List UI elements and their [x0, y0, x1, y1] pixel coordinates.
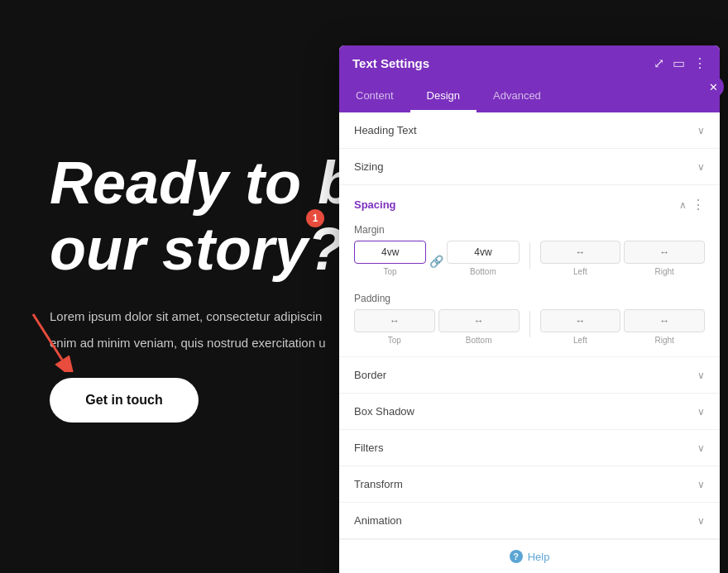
border-label: Border: [354, 369, 386, 381]
margin-label: Margin: [354, 224, 705, 236]
margin-top-bottom-group: Top 🔗 Bottom: [354, 241, 520, 276]
panel-titlebar: Text Settings ⤢ ▭ ⋮: [339, 45, 720, 81]
body-text-line2: enim ad minim veniam, quis nostrud exerc…: [50, 333, 356, 353]
margin-bottom-wrap: Bottom: [447, 241, 519, 276]
padding-divider: [529, 311, 530, 337]
margin-field-row: Top 🔗 Bottom Left: [354, 241, 705, 276]
margin-top-wrap: Top: [354, 241, 426, 276]
heading-line2: our story?: [50, 216, 344, 282]
section-sizing[interactable]: Sizing ∨: [339, 149, 720, 185]
padding-right-wrap: Right: [624, 309, 705, 345]
settings-panel: Text Settings ⤢ ▭ ⋮ Content Design Advan…: [339, 45, 720, 573]
heading-line1: Ready to b: [50, 150, 354, 216]
padding-right-input[interactable]: [624, 309, 705, 332]
badge-number: 1: [306, 209, 324, 227]
margin-divider: [529, 242, 530, 269]
margin-left-input[interactable]: [540, 241, 621, 264]
padding-top-bottom-group: Top Bottom: [354, 309, 520, 345]
margin-link-icon[interactable]: 🔗: [429, 242, 443, 276]
padding-top-wrap: Top: [354, 309, 435, 345]
margin-bottom-label: Bottom: [470, 267, 496, 276]
section-box-shadow[interactable]: Box Shadow ∨: [339, 394, 720, 430]
spacing-section: Spacing ∧ ⋮ Margin Top 🔗: [339, 185, 720, 357]
spacing-header: Spacing ∧ ⋮: [339, 185, 720, 219]
help-row[interactable]: ? Help: [339, 539, 720, 573]
chevron-sizing: ∨: [697, 161, 705, 173]
margin-top-label: Top: [384, 267, 397, 276]
close-button[interactable]: ✕: [702, 76, 724, 98]
padding-top-label: Top: [388, 336, 401, 345]
columns-icon[interactable]: ▭: [673, 55, 685, 71]
tab-design[interactable]: Design: [410, 81, 477, 112]
spacing-label: Spacing: [354, 198, 396, 211]
padding-top-input[interactable]: [354, 309, 435, 332]
red-arrow: [17, 306, 74, 375]
margin-right-wrap: Right: [624, 241, 705, 276]
sizing-label: Sizing: [354, 160, 383, 173]
margin-bottom-input[interactable]: [447, 241, 519, 264]
svg-line-1: [33, 314, 62, 360]
padding-bottom-label: Bottom: [466, 336, 492, 345]
chevron-spacing-up[interactable]: ∧: [679, 199, 687, 211]
panel-title: Text Settings: [352, 56, 429, 70]
animation-label: Animation: [354, 514, 402, 527]
padding-left-wrap: Left: [540, 309, 621, 345]
chevron-border: ∨: [697, 370, 705, 381]
transform-label: Transform: [354, 478, 403, 490]
margin-lr-group: Left Right: [540, 241, 706, 276]
heading-text-label: Heading Text: [354, 124, 417, 136]
section-filters[interactable]: Filters ∨: [339, 430, 720, 466]
padding-bottom-input[interactable]: [438, 309, 520, 332]
panel-title-icons: ⤢ ▭ ⋮: [654, 55, 706, 71]
margin-right-input[interactable]: [624, 241, 705, 264]
padding-right-label: Right: [654, 336, 673, 345]
chevron-animation: ∨: [697, 515, 705, 527]
margin-top-input[interactable]: [354, 241, 426, 264]
margin-left-wrap: Left: [540, 241, 621, 276]
help-text: Help: [528, 551, 550, 563]
box-shadow-label: Box Shadow: [354, 405, 414, 418]
panel-body: Heading Text ∨ Sizing ∨ Spacing ∧ ⋮ Marg…: [339, 112, 720, 573]
spacing-header-icons: ∧ ⋮: [679, 197, 705, 212]
maximize-icon[interactable]: ⤢: [654, 55, 664, 71]
padding-lr-group: Left Right: [540, 309, 706, 345]
chevron-filters: ∨: [697, 442, 705, 454]
filters-label: Filters: [354, 442, 383, 454]
padding-left-label: Left: [573, 336, 587, 345]
margin-left-label: Left: [573, 267, 587, 276]
margin-right-label: Right: [654, 267, 673, 276]
section-border[interactable]: Border ∨: [339, 357, 720, 394]
padding-label: Padding: [354, 293, 705, 304]
body-text-line1: Lorem ipsum dolor sit amet, consectetur …: [50, 307, 356, 327]
section-transform[interactable]: Transform ∨: [339, 466, 720, 503]
section-animation[interactable]: Animation ∨: [339, 503, 720, 539]
get-in-touch-button[interactable]: Get in touch: [50, 378, 199, 423]
padding-subsection: Padding Top Bottom: [339, 288, 720, 356]
margin-subsection: Margin Top 🔗 Bottom: [339, 219, 720, 288]
chevron-heading-text: ∨: [697, 125, 705, 136]
tab-advanced[interactable]: Advanced: [477, 81, 558, 112]
chevron-box-shadow: ∨: [697, 406, 705, 418]
padding-left-input[interactable]: [540, 309, 621, 332]
chevron-transform: ∨: [697, 479, 705, 490]
padding-bottom-wrap: Bottom: [438, 309, 520, 345]
padding-field-row: Top Bottom Left: [354, 309, 705, 345]
tab-bar: Content Design Advanced: [339, 81, 720, 112]
tab-content[interactable]: Content: [339, 81, 410, 112]
section-heading-text[interactable]: Heading Text ∨: [339, 112, 720, 149]
spacing-more-icon[interactable]: ⋮: [692, 197, 705, 212]
more-icon[interactable]: ⋮: [693, 55, 706, 71]
help-icon: ?: [510, 550, 523, 563]
